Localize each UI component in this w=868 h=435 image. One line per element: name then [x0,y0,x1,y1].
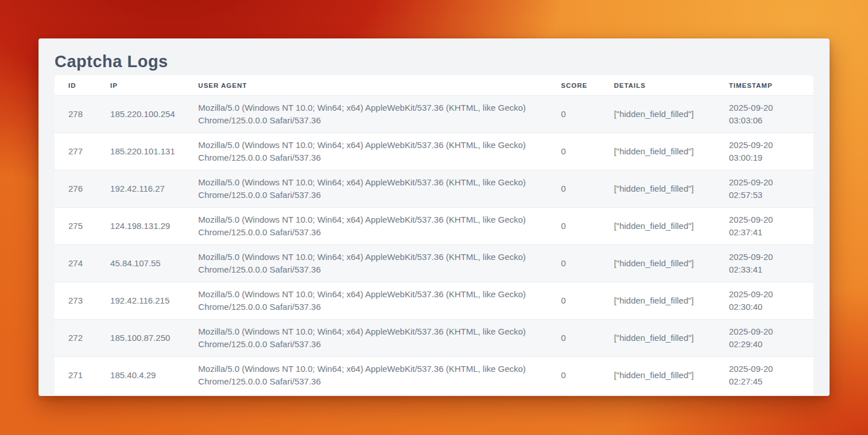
cell-score: 0 [547,133,600,170]
captcha-logs-card: Captcha Logs IDIPUSER AGENTSCOREDETAILST… [38,38,830,396]
logs-table: IDIPUSER AGENTSCOREDETAILSTIMESTAMP 2781… [55,75,813,394]
cell-score: 0 [547,208,600,245]
table-row: 277185.220.101.131Mozilla/5.0 (Windows N… [55,133,813,170]
cell-ip: 124.198.131.29 [96,208,184,245]
cell-user_agent: Mozilla/5.0 (Windows NT 10.0; Win64; x64… [184,96,547,133]
column-header-timestamp: TIMESTAMP [715,75,813,96]
cell-user_agent: Mozilla/5.0 (Windows NT 10.0; Win64; x64… [184,245,547,282]
cell-id: 276 [55,170,96,208]
cell-score: 0 [547,357,600,394]
cell-score: 0 [547,245,600,282]
cell-id: 272 [55,320,96,357]
cell-id: 275 [55,208,96,245]
table-header-row: IDIPUSER AGENTSCOREDETAILSTIMESTAMP [55,75,813,96]
cell-ip: 192.42.116.27 [96,170,184,208]
cell-user_agent: Mozilla/5.0 (Windows NT 10.0; Win64; x64… [184,208,547,245]
cell-id: 271 [55,357,96,394]
cell-timestamp: 2025-09-20 03:03:06 [715,96,813,133]
table-row: 271185.40.4.29Mozilla/5.0 (Windows NT 10… [55,357,813,394]
cell-score: 0 [547,320,600,357]
column-header-details: DETAILS [600,75,715,96]
cell-user_agent: Mozilla/5.0 (Windows NT 10.0; Win64; x64… [184,133,547,170]
cell-user_agent: Mozilla/5.0 (Windows NT 10.0; Win64; x64… [184,357,547,394]
table-row: 276192.42.116.27Mozilla/5.0 (Windows NT … [55,170,813,208]
cell-timestamp: 2025-09-20 02:57:53 [715,170,813,208]
cell-details: ["hidden_field_filled"] [600,170,715,208]
cell-details: ["hidden_field_filled"] [600,320,715,357]
cell-ip: 185.220.101.131 [96,133,184,170]
logs-table-container: IDIPUSER AGENTSCOREDETAILSTIMESTAMP 2781… [55,75,813,394]
table-row: 273192.42.116.215Mozilla/5.0 (Windows NT… [55,282,813,320]
column-header-user_agent: USER AGENT [184,75,547,96]
cell-ip: 45.84.107.55 [96,245,184,282]
cell-user_agent: Mozilla/5.0 (Windows NT 10.0; Win64; x64… [184,320,547,357]
cell-user_agent: Mozilla/5.0 (Windows NT 10.0; Win64; x64… [184,170,547,208]
cell-user_agent: Mozilla/5.0 (Windows NT 10.0; Win64; x64… [184,282,547,320]
cell-timestamp: 2025-09-20 02:27:45 [715,357,813,394]
cell-details: ["hidden_field_filled"] [600,282,715,320]
cell-timestamp: 2025-09-20 02:29:40 [715,320,813,357]
table-row: 275124.198.131.29Mozilla/5.0 (Windows NT… [55,208,813,245]
table-body: 278185.220.100.254Mozilla/5.0 (Windows N… [55,96,813,394]
cell-timestamp: 2025-09-20 02:33:41 [715,245,813,282]
column-header-ip: IP [96,75,184,96]
cell-ip: 185.220.100.254 [96,96,184,133]
cell-id: 278 [55,96,96,133]
cell-details: ["hidden_field_filled"] [600,133,715,170]
cell-id: 274 [55,245,96,282]
cell-id: 273 [55,282,96,320]
cell-ip: 185.40.4.29 [96,357,184,394]
cell-ip: 192.42.116.215 [96,282,184,320]
column-header-id: ID [55,75,96,96]
table-row: 27445.84.107.55Mozilla/5.0 (Windows NT 1… [55,245,813,282]
page-title: Captcha Logs [55,49,813,73]
table-row: 272185.100.87.250Mozilla/5.0 (Windows NT… [55,320,813,357]
cell-timestamp: 2025-09-20 03:00:19 [715,133,813,170]
column-header-score: SCORE [547,75,600,96]
cell-id: 277 [55,133,96,170]
cell-details: ["hidden_field_filled"] [600,357,715,394]
cell-timestamp: 2025-09-20 02:30:40 [715,282,813,320]
cell-details: ["hidden_field_filled"] [600,245,715,282]
cell-details: ["hidden_field_filled"] [600,208,715,245]
cell-details: ["hidden_field_filled"] [600,96,715,133]
cell-score: 0 [547,170,600,208]
cell-ip: 185.100.87.250 [96,320,184,357]
table-row: 278185.220.100.254Mozilla/5.0 (Windows N… [55,96,813,133]
cell-timestamp: 2025-09-20 02:37:41 [715,208,813,245]
cell-score: 0 [547,282,600,320]
cell-score: 0 [547,96,600,133]
